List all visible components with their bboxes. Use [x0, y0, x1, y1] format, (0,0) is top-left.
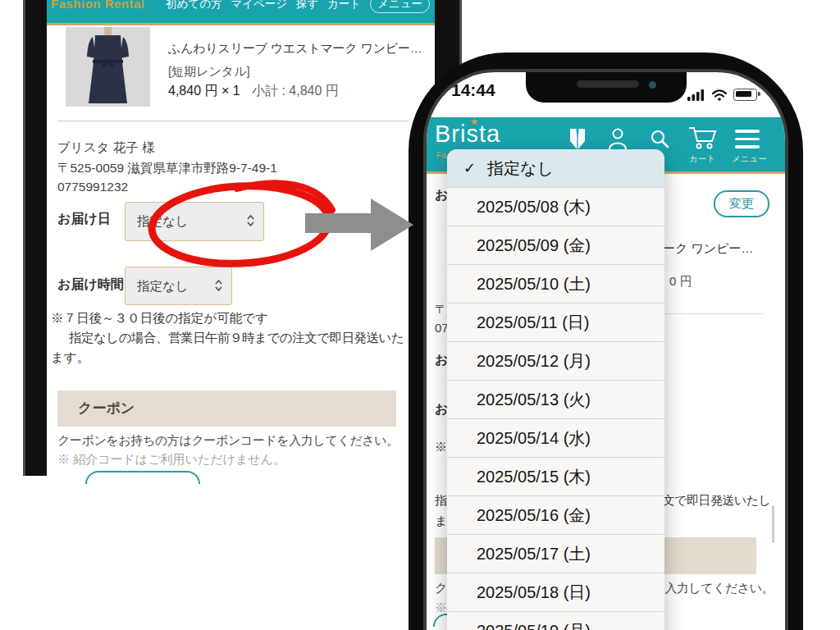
dropdown-option[interactable]: 2025/05/11 (日)	[447, 303, 664, 341]
product-image	[66, 27, 150, 107]
left-phone-bezel-left	[23, 0, 49, 476]
delivery-date-dropdown: ✓ 指定なし 2025/05/08 (木)2025/05/09 (金)2025/…	[447, 149, 664, 630]
divider	[663, 313, 763, 314]
dropdown-option-selected[interactable]: ✓ 指定なし	[447, 149, 664, 187]
change-button[interactable]: 変更	[714, 190, 769, 217]
speaker-slot	[577, 80, 639, 88]
dropdown-option[interactable]: 2025/05/08 (木)	[447, 187, 664, 226]
dress-illustration	[66, 27, 150, 107]
status-time: 14:44	[451, 80, 495, 100]
cart-icon[interactable]	[687, 126, 717, 153]
price-fragment: 0 円	[669, 274, 692, 290]
right-phone-frame: 14:44	[409, 52, 803, 630]
shipping-note-line1: ※７日後～３０日後の指定が可能です	[51, 310, 268, 327]
dropdown-option[interactable]: 2025/05/13 (火)	[447, 380, 664, 418]
coupon-input-top-edge[interactable]	[85, 471, 200, 484]
product-name-fragment: ーク ワンピー…	[663, 241, 754, 257]
product-name: ふんわりスリーブ ウエストマーク ワンピー…	[168, 41, 422, 57]
coupon-note: ※ 紹介コードはご利用いただけません。	[57, 452, 285, 468]
brand-logo: Brista	[435, 121, 500, 148]
status-icons	[687, 89, 757, 101]
customer-name: ブリスタ 花子 様	[57, 139, 155, 157]
dropdown-option[interactable]: 2025/05/14 (水)	[447, 418, 664, 457]
dropdown-selected-label: 指定なし	[487, 158, 554, 180]
logo-star-icon: ★	[470, 116, 478, 127]
scrollbar-thumb[interactable]	[772, 505, 774, 543]
delivery-time-label: お届け時間	[57, 276, 124, 294]
nav-item[interactable]: メニュー	[370, 0, 430, 13]
product-subtotal: 小計 : 4,840 円	[252, 83, 339, 100]
dropdown-option[interactable]: 2025/05/10 (土)	[447, 264, 664, 303]
signal-icon	[687, 89, 705, 101]
shipping-note-line3: ます。	[51, 349, 89, 367]
menu-label: メニュー	[732, 153, 767, 165]
dropdown-option[interactable]: 2025/05/19 (月)	[447, 611, 664, 630]
dropdown-option[interactable]: 2025/05/15 (木)	[447, 457, 664, 495]
product-price: 4,840 円 × 1	[168, 83, 240, 100]
front-camera	[649, 81, 656, 89]
screenshot-canvas: Fashion Rental 初めての方マイページ探すカートメニュー ふんわりス…	[0, 0, 840, 630]
coupon-section-header: クーポン	[57, 390, 396, 427]
left-site-header: Fashion Rental 初めての方マイページ探すカートメニュー	[47, 0, 435, 25]
dropdown-option[interactable]: 2025/05/12 (月)	[447, 341, 664, 380]
dropdown-option[interactable]: 2025/05/17 (土)	[447, 534, 664, 573]
nav-item[interactable]: 探す	[296, 0, 318, 13]
product-plan: [短期レンタル]	[168, 64, 250, 80]
left-brand-logo: Fashion Rental	[51, 0, 145, 11]
select-chevrons-icon	[214, 278, 223, 296]
dropdown-option[interactable]: 2025/05/18 (日)	[447, 573, 664, 611]
right-phone-screen: 14:44	[427, 72, 785, 630]
divider	[57, 121, 409, 121]
search-icon[interactable]	[650, 129, 669, 152]
dropdown-option[interactable]: 2025/05/16 (金)	[447, 495, 664, 534]
coupon-title: クーポン	[78, 390, 135, 427]
customer-phone: 0775991232	[57, 180, 128, 194]
coupon-description: クーポンをお持ちの方はクーポンコードを入力してください。	[57, 433, 399, 449]
wifi-icon	[711, 89, 728, 101]
nav-item[interactable]: マイページ	[231, 0, 287, 13]
transition-arrow-icon	[305, 195, 415, 254]
battery-icon	[733, 89, 757, 101]
delivery-date-label: お届け日	[57, 211, 111, 228]
menu-icon[interactable]	[735, 130, 760, 153]
phone-notch	[526, 72, 687, 103]
shipping-note-line2: 指定なしの場合、営業日午前９時までの注文で即日発送いた	[69, 330, 404, 347]
cart-label: カート	[689, 153, 715, 165]
dropdown-option[interactable]: 2025/05/09 (金)	[447, 226, 664, 264]
dropdown-options: 2025/05/08 (木)2025/05/09 (金)2025/05/10 (…	[447, 187, 664, 630]
nav-item[interactable]: 初めての方	[166, 0, 221, 13]
nav-item[interactable]: カート	[327, 0, 361, 13]
checkmark-icon: ✓	[463, 159, 476, 177]
left-header-nav: 初めての方マイページ探すカートメニュー	[166, 0, 430, 13]
